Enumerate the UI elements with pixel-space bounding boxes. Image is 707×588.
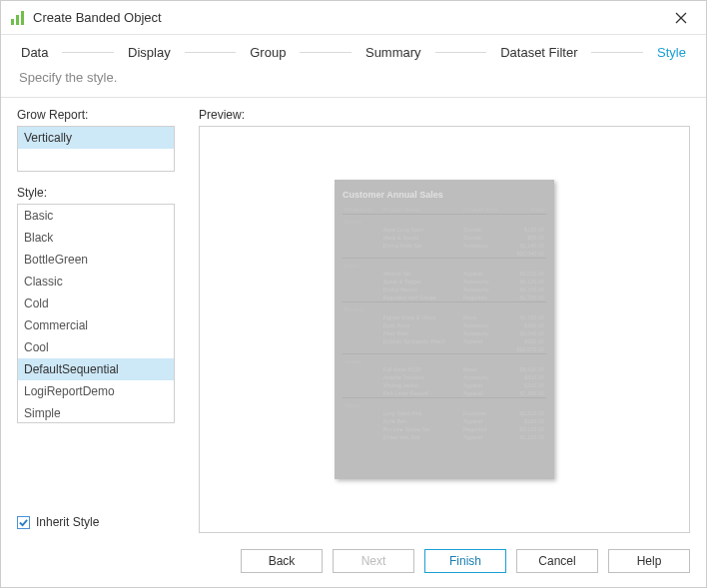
cell: Apparel xyxy=(461,417,508,425)
cell: $4,100.00 xyxy=(508,286,546,294)
step-separator xyxy=(185,52,237,53)
style-item[interactable]: Black xyxy=(18,227,174,249)
cell: Apparel xyxy=(461,433,508,441)
cell: $2,515.00 xyxy=(508,409,546,417)
cell: Wetsuit Set xyxy=(380,270,461,278)
cell: Accessory xyxy=(461,242,508,250)
step-separator xyxy=(300,52,352,53)
cell: Footwear xyxy=(461,409,508,417)
cell: Attache Trousers xyxy=(380,373,461,381)
step-separator xyxy=(435,52,487,53)
cell: Accessory xyxy=(461,373,508,381)
left-panel: Grow Report: Vertically Style: Basic Bla… xyxy=(17,108,175,537)
cancel-button[interactable]: Cancel xyxy=(516,549,598,573)
cell: $95.00 xyxy=(508,234,546,242)
cell: Aqua Lung Sport xyxy=(380,226,461,234)
style-item[interactable]: Basic xyxy=(18,205,174,227)
inherit-style-label: Inherit Style xyxy=(36,515,99,529)
style-item[interactable]: BottleGreen xyxy=(18,249,174,271)
wizard-steps: Data Display Group Summary Dataset Filte… xyxy=(1,35,706,64)
cell: Accessory xyxy=(461,329,508,337)
cell: Mask xyxy=(461,313,508,321)
cell: $150.00 xyxy=(508,226,546,234)
cell: $2,640.00 xyxy=(508,329,546,337)
style-item[interactable]: Classic xyxy=(18,271,174,293)
grow-item-vertically[interactable]: Vertically xyxy=(18,127,174,149)
cell: Full Mask XL58 xyxy=(380,365,461,373)
cell xyxy=(380,250,461,259)
cell: Snorkel xyxy=(461,234,508,242)
cell: $1,100.00 xyxy=(508,433,546,441)
next-button: Next xyxy=(333,549,414,573)
cell: Apparel xyxy=(461,381,508,389)
style-item[interactable]: Commercial xyxy=(18,314,174,336)
group-header: Miami xyxy=(343,259,546,271)
cell: Dock Hose xyxy=(380,321,461,329)
style-item[interactable]: LogiReportDemo xyxy=(18,380,174,402)
cell: Fighter Mask & Glass xyxy=(380,313,461,321)
cell: $1,150.00 xyxy=(508,313,546,321)
cell: Regulator xyxy=(461,425,508,433)
cell: $20,040.00 xyxy=(508,250,546,259)
step-style[interactable]: Style xyxy=(653,45,690,60)
style-item[interactable]: Simple xyxy=(18,402,174,423)
cell: Accessory xyxy=(461,321,508,329)
cell: $9,120.00 xyxy=(508,278,546,286)
cell: Snorkel xyxy=(461,226,508,234)
cell: $3,120.00 xyxy=(508,425,546,433)
step-subtitle: Specify the style. xyxy=(1,64,706,97)
finish-button[interactable]: Finish xyxy=(424,549,506,573)
style-item[interactable]: Cool xyxy=(18,336,174,358)
cell: Apparel xyxy=(461,270,508,278)
cell: $820.00 xyxy=(508,373,546,381)
step-separator xyxy=(591,52,643,53)
close-button[interactable] xyxy=(666,3,696,33)
cell: $1,140.00 xyxy=(508,242,546,250)
style-item[interactable]: Cold xyxy=(18,293,174,314)
cell: Apparel xyxy=(461,389,508,398)
right-panel: Preview: Customer Annual Sales Product I… xyxy=(199,108,690,537)
cell: $1,700.00 xyxy=(508,294,546,302)
preview-table: Product IDProduct NameProduct TypeTotal … xyxy=(343,206,546,441)
step-group[interactable]: Group xyxy=(246,45,290,60)
help-button[interactable]: Help xyxy=(608,549,690,573)
style-list[interactable]: Basic Black BottleGreen Classic Cold Com… xyxy=(17,204,175,423)
cell: Drifter Wet Suit xyxy=(380,433,461,441)
dialog-title: Create Banded Object xyxy=(33,10,666,25)
cell: Mask xyxy=(461,365,508,373)
grow-report-list[interactable]: Vertically xyxy=(17,126,175,172)
step-data[interactable]: Data xyxy=(17,45,52,60)
cell: $180.00 xyxy=(508,417,546,425)
step-summary[interactable]: Summary xyxy=(361,45,425,60)
preview-label: Preview: xyxy=(199,108,690,122)
group-header: Seattle xyxy=(343,354,546,366)
cell: Fish Lazer Faceoff xyxy=(380,389,461,398)
cell: Accessory xyxy=(461,278,508,286)
titlebar: Create Banded Object xyxy=(1,1,706,35)
cell: Diving Knife Set xyxy=(380,242,461,250)
cell: Dolphin Torchpedo Watch xyxy=(380,337,461,345)
group-header: Boston xyxy=(343,215,546,227)
inherit-style-checkbox[interactable] xyxy=(17,516,30,529)
preview-report-title: Customer Annual Sales xyxy=(343,190,546,200)
cell: $29,070.00 xyxy=(508,345,546,354)
cell: $260.00 xyxy=(508,381,546,389)
dialog-body: Grow Report: Vertically Style: Basic Bla… xyxy=(1,98,706,537)
col-header: Product Name xyxy=(380,206,461,215)
cell xyxy=(461,345,508,354)
cell: Apparel xyxy=(461,337,508,345)
cell: Diving Helmet xyxy=(380,286,461,294)
cell: Accessory xyxy=(461,286,508,294)
dialog-footer: Back Next Finish Cancel Help xyxy=(1,537,706,587)
cell: $7,190.00 xyxy=(508,389,546,398)
cell: Knife Belt xyxy=(380,417,461,425)
step-display[interactable]: Display xyxy=(124,45,175,60)
step-dataset-filter[interactable]: Dataset Filter xyxy=(496,45,581,60)
cell: Long Swim Fins xyxy=(380,409,461,417)
col-header: Product Type xyxy=(461,206,508,215)
style-item-selected[interactable]: DefaultSequential xyxy=(18,358,174,380)
back-button[interactable]: Back xyxy=(241,549,323,573)
group-header: Phoenix xyxy=(343,302,546,314)
preview-page: Customer Annual Sales Product IDProduct … xyxy=(335,180,554,479)
inherit-style-row[interactable]: Inherit Style xyxy=(17,501,175,537)
